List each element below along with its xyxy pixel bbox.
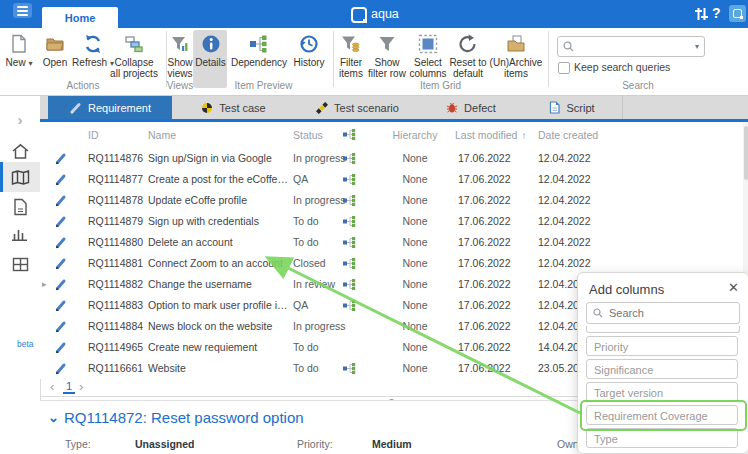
row-id: RQ1114877 [88, 173, 143, 185]
row-name: Update eCoffe profile [148, 194, 290, 206]
row-id: RQ1114881 [88, 257, 143, 269]
requirement-icon [54, 152, 67, 165]
page-number[interactable]: 1 [63, 380, 75, 394]
row-hierarchy: None [380, 173, 450, 185]
tab-requirement[interactable]: Requirement [48, 96, 172, 119]
search-icon [563, 41, 574, 52]
dependency-indicator-icon [343, 279, 356, 290]
column-item-significance[interactable]: Significance [586, 359, 738, 379]
row-status: In progress [293, 152, 346, 164]
select-columns-icon [417, 33, 439, 55]
table-row[interactable]: RQ1114878 Update eCoffe profile In progr… [40, 190, 743, 211]
row-hierarchy: None [380, 194, 450, 206]
sidebar-item-reports[interactable] [0, 218, 40, 248]
popup-search-input[interactable] [607, 306, 739, 320]
dependency-indicator-icon [343, 195, 356, 206]
tab-script[interactable]: Script [522, 96, 623, 119]
row-name: Sign up/Sign in via Google [148, 152, 290, 164]
filter-icon [376, 33, 398, 55]
vertical-scrollbar-thumb[interactable] [744, 126, 748, 180]
row-status: To do [293, 341, 319, 353]
popup-title: Add columns [589, 282, 664, 297]
row-id: RQ1114880 [88, 236, 143, 248]
help-icon[interactable] [712, 5, 721, 21]
requirement-icon [54, 341, 67, 354]
ribbon-tab-home[interactable]: Home [42, 7, 118, 28]
script-icon [549, 101, 560, 114]
row-name: Create new requiement [148, 341, 290, 353]
column-header-status[interactable]: Status [293, 129, 323, 141]
column-header-hierarchy[interactable]: Hierarchy [380, 129, 450, 141]
row-id: RQ1114878 [88, 194, 143, 206]
row-last-modified: 17.06.2022 [458, 152, 511, 164]
requirement-icon [54, 299, 67, 312]
map-icon [11, 170, 30, 185]
row-name: Connect Zoom to an account [148, 257, 290, 269]
sidebar-expand-button[interactable] [0, 104, 40, 134]
search-icon [593, 308, 603, 318]
requirement-icon [54, 257, 67, 270]
requirement-icon [54, 362, 67, 375]
dependency-indicator-icon [343, 300, 356, 311]
search-dropdown-caret-icon[interactable] [695, 42, 699, 51]
row-hierarchy: None [380, 257, 450, 269]
table-row[interactable]: RQ1114881 Connect Zoom to an account Clo… [40, 253, 743, 274]
column-header-date-created[interactable]: Date created [538, 129, 598, 141]
grid-header: ID Name Status Hierarchy Last modified D… [40, 122, 743, 149]
tab-test-scenario[interactable]: Test scenario [295, 96, 421, 119]
tab-test-case[interactable]: Test case [172, 96, 296, 119]
new-document-icon [8, 33, 30, 55]
requirement-icon [69, 102, 82, 114]
table-row[interactable]: RQ1114879 Sign up with credentials To do… [40, 211, 743, 232]
column-item-priority[interactable]: Priority [586, 336, 738, 356]
page-previous-icon[interactable]: ‹ [50, 379, 54, 394]
row-id: RQ1116661 [88, 362, 143, 374]
table-row[interactable]: RQ1114876 Sign up/Sign in via Google In … [40, 148, 743, 169]
search-input[interactable] [578, 40, 695, 54]
collapse-chevron-icon[interactable] [48, 410, 59, 425]
home-icon [11, 143, 30, 160]
row-last-modified: 17.06.2022 [458, 173, 511, 185]
type-value: Unassigned [135, 438, 195, 450]
hamburger-menu-icon[interactable] [13, 3, 32, 18]
settings-sliders-icon[interactable] [694, 7, 709, 21]
preview-item-title[interactable]: RQ1114872: Reset password option [64, 409, 304, 426]
column-header-id[interactable]: ID [88, 129, 99, 141]
row-last-modified: 17.06.2022 [458, 194, 511, 206]
row-last-modified: 17.06.2022 [458, 362, 511, 374]
reset-icon [457, 33, 479, 55]
column-header-dependency-icon[interactable] [343, 129, 356, 140]
row-hierarchy: None [380, 320, 450, 332]
chevron-right-icon [18, 111, 23, 128]
dependency-indicator-icon [343, 237, 356, 248]
page-next-icon[interactable]: › [79, 379, 83, 394]
keep-search-queries-checkbox[interactable] [558, 62, 570, 74]
column-header-name[interactable]: Name [148, 129, 176, 141]
group-label-actions: Actions [0, 80, 166, 91]
close-icon[interactable] [728, 280, 739, 295]
filter-items-icon [340, 33, 362, 55]
column-item-requirement-coverage[interactable]: Requirement Coverage [586, 405, 738, 425]
table-row[interactable]: RQ1114880 Delete an account To do None 1… [40, 232, 743, 253]
table-row[interactable]: RQ1114877 Create a post for the eCoffee … [40, 169, 743, 190]
dependency-indicator-icon [343, 174, 356, 185]
row-expander-icon[interactable] [42, 279, 47, 289]
sidebar-item-projects[interactable] [0, 162, 40, 192]
chat-icon[interactable] [729, 5, 746, 22]
sidebar-item-boards[interactable] [0, 249, 40, 279]
ribbon-toolbar: New Open Refresh Collapse all projects [0, 28, 748, 96]
row-hierarchy: None [380, 299, 450, 311]
row-last-modified: 17.06.2022 [458, 299, 511, 311]
row-name: Sign up with credentials [148, 215, 290, 227]
row-id: RQ1114879 [88, 215, 143, 227]
top-bar: Home aqua [0, 0, 748, 28]
dependency-indicator-icon [343, 216, 356, 227]
column-header-last-modified[interactable]: Last modified [455, 129, 526, 141]
test-scenario-icon [316, 102, 328, 114]
column-item-target-version[interactable]: Target version [586, 382, 738, 402]
tab-defect[interactable]: Defect [420, 96, 523, 119]
requirement-icon [54, 278, 67, 291]
dependency-indicator-icon [343, 363, 356, 374]
column-item-type[interactable]: Type [586, 428, 738, 448]
group-label-views: Views [166, 80, 194, 91]
